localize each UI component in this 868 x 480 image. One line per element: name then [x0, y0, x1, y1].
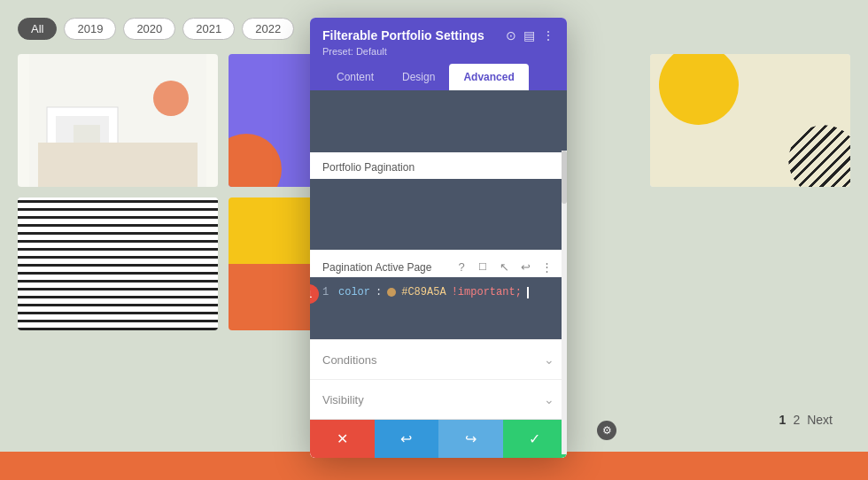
more-icon[interactable]: ⋮: [542, 28, 554, 43]
line-number: 1: [322, 286, 333, 298]
columns-icon[interactable]: ▤: [523, 28, 535, 43]
conditions-label: Conditions: [322, 353, 376, 367]
css-code-editor[interactable]: 1 color : #C89A5A !important;: [310, 277, 567, 339]
portfolio-pagination-css: [310, 90, 567, 152]
mobile-icon[interactable]: ☐: [475, 261, 491, 273]
text-cursor: [527, 287, 529, 298]
filter-2019[interactable]: 2019: [64, 18, 116, 40]
help-icon[interactable]: ?: [453, 260, 469, 274]
tab-advanced[interactable]: Advanced: [449, 64, 528, 90]
room-art-svg: [18, 54, 218, 187]
page-1[interactable]: 1: [779, 413, 787, 427]
pagination: 1 2 Next: [779, 413, 833, 427]
horizontal-stripes: [18, 197, 218, 330]
color-swatch[interactable]: [387, 288, 396, 297]
modal-title-row: Filterable Portfolio Settings ⊙ ▤ ⋮: [322, 28, 554, 43]
modal-header-icons: ⊙ ▤ ⋮: [506, 28, 554, 43]
modal-preset: Preset: Default: [322, 46, 554, 57]
portfolio-pagination-label: Portfolio Pagination: [310, 152, 567, 179]
redo-button[interactable]: ↪: [438, 420, 503, 458]
panel-scrollbar[interactable]: [562, 115, 567, 419]
filter-all[interactable]: All: [18, 18, 57, 40]
visibility-chevron-icon: ⌄: [544, 392, 554, 406]
filter-2020[interactable]: 2020: [123, 18, 175, 40]
css-editor-wrapper: 1 1 color : #C89A5A !important;: [310, 277, 567, 339]
pagination-active-label: Pagination Active Page: [322, 261, 448, 274]
save-button[interactable]: ✓: [503, 420, 568, 458]
filter-2021[interactable]: 2021: [182, 18, 235, 40]
modal-tabs: Content Design Advanced: [322, 64, 554, 90]
svg-point-4: [153, 81, 189, 116]
visibility-section[interactable]: Visibility ⌄: [310, 379, 567, 419]
conditions-chevron-icon: ⌄: [544, 352, 554, 367]
tab-content[interactable]: Content: [322, 64, 388, 90]
page-2[interactable]: 2: [793, 413, 800, 427]
portfolio-item-1[interactable]: [18, 54, 218, 187]
dots-icon[interactable]: ⋮: [539, 260, 554, 274]
scrollbar-track: [562, 151, 567, 454]
conditions-section[interactable]: Conditions ⌄: [310, 339, 567, 379]
tab-design[interactable]: Design: [388, 64, 449, 90]
portfolio-item-4[interactable]: [650, 54, 850, 187]
css-colon: :: [376, 286, 382, 298]
page-next[interactable]: Next: [807, 413, 833, 427]
modal-title: Filterable Portfolio Settings: [322, 28, 484, 43]
css-line-1: 1 color : #C89A5A !important;: [322, 286, 554, 298]
css-color-value: #C89A5A: [401, 286, 446, 298]
modal-panel: Filterable Portfolio Settings ⊙ ▤ ⋮ Pres…: [310, 18, 567, 458]
pagination-toolbar: Pagination Active Page ? ☐ ↖ ↩ ⋮: [310, 257, 567, 277]
cancel-button[interactable]: ✕: [310, 420, 375, 458]
settings-gear-icon[interactable]: ⚙: [597, 421, 616, 440]
action-bar: ✕ ↩ ↪ ✓: [310, 419, 567, 458]
pagination-active-css: [310, 179, 567, 250]
css-property: color: [338, 286, 370, 298]
expand-icon[interactable]: ⊙: [506, 28, 516, 43]
undo-button[interactable]: ↩: [375, 420, 439, 458]
svg-rect-5: [38, 143, 198, 187]
filter-2022[interactable]: 2022: [242, 18, 294, 40]
visibility-label: Visibility: [322, 393, 364, 406]
scrollbar-thumb[interactable]: [562, 151, 567, 204]
modal-header: Filterable Portfolio Settings ⊙ ▤ ⋮ Pres…: [310, 18, 567, 90]
css-important: !important;: [452, 286, 522, 298]
yellow-circle: [659, 54, 739, 125]
cursor-icon[interactable]: ↖: [496, 260, 512, 274]
modal-content: Portfolio Pagination Pagination Active P…: [310, 90, 567, 458]
stripe-ball: [788, 125, 850, 187]
orange-circle: [229, 134, 282, 187]
undo-small-icon[interactable]: ↩: [517, 260, 533, 274]
portfolio-item-5[interactable]: [18, 197, 218, 330]
